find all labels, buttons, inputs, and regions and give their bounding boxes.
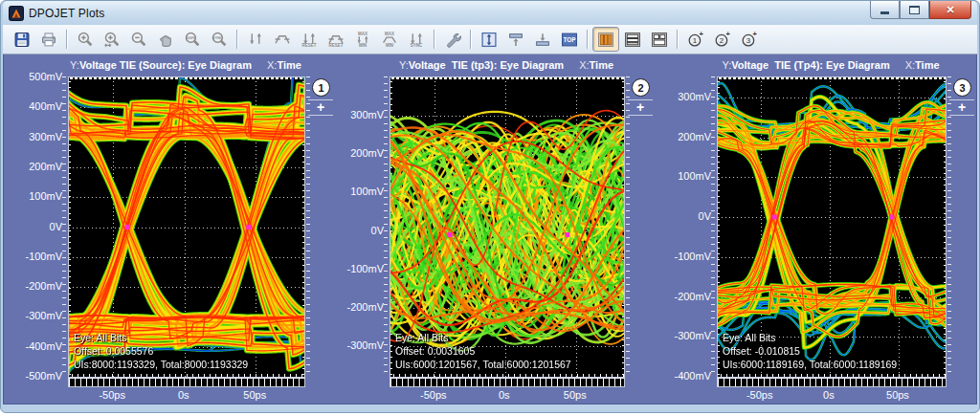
circle-num-icon: 1+ — [687, 32, 704, 48]
zoom-out-button[interactable] — [125, 27, 152, 52]
plot-number-badge: 3 — [953, 78, 971, 97]
y-axis-label: 200mV — [667, 131, 711, 142]
y-axis-label: -200mV — [18, 280, 62, 292]
y-axis-label: 200mV — [18, 161, 62, 172]
plot-number-badge: 1 — [312, 78, 330, 97]
y-axis-tick-strip — [711, 76, 715, 376]
maxmin-horizontal-cursors-button[interactable]: MAXMIN — [376, 27, 403, 52]
y-axis-label: 300mV — [18, 131, 62, 142]
bar-up-icon — [507, 32, 524, 48]
window-controls: ✕ — [870, 1, 971, 19]
configure-wrench-button[interactable] — [439, 27, 466, 52]
toolbar-separator — [434, 30, 435, 49]
sync-cursors-button[interactable]: SYNC — [403, 27, 430, 52]
cursors-h-maxmin-icon: MAXMIN — [381, 32, 398, 48]
title-bar[interactable]: DPOJET Plots ✕ — [3, 1, 977, 25]
wrench-icon — [444, 32, 461, 48]
fit-v-icon — [480, 32, 498, 48]
y-axis-label: 300mV — [667, 91, 711, 102]
cursors-h-txt-icon: RESET — [327, 32, 345, 48]
plot-annotation: Offset: 0.0055576 — [74, 345, 153, 357]
zoom-sync-button[interactable]: SYNC — [206, 27, 233, 52]
fit-vertical-button[interactable] — [476, 27, 502, 52]
screen: DPOJET Plots ✕ 100%SYNCRESETRESETMAXMINM… — [0, 0, 980, 415]
y-axis-label: 400mV — [18, 100, 62, 112]
reset-vertical-cursors-button[interactable]: RESET — [296, 27, 323, 52]
save-button[interactable] — [9, 27, 35, 52]
svg-text:RESET: RESET — [329, 43, 344, 48]
reset-horizontal-cursors-button[interactable]: RESET — [323, 27, 349, 52]
close-icon: ✕ — [946, 4, 954, 16]
x-axis-label: -50ps — [411, 389, 457, 401]
layout-grid-button[interactable] — [646, 27, 673, 52]
pan-hand-button[interactable] — [152, 27, 179, 52]
close-button[interactable]: ✕ — [929, 1, 971, 19]
x-axis-label: 0s — [481, 389, 527, 401]
save-icon — [13, 32, 31, 48]
y-axis-label: 200mV — [340, 147, 384, 159]
zoom-in-button[interactable] — [72, 27, 99, 52]
move-plot-down-button[interactable] — [529, 27, 556, 52]
cursors-h-icon — [274, 32, 291, 48]
y-axis-label: 500mV — [18, 71, 62, 82]
maximize-button[interactable] — [900, 1, 929, 19]
plus-icon: + — [949, 100, 974, 115]
plot-annotation: UIs:8000:1193329, Total:8000:1193329 — [74, 359, 248, 370]
maximize-icon — [909, 6, 920, 14]
svg-text:+: + — [753, 30, 758, 38]
add-measurement-button[interactable]: + — [628, 99, 653, 116]
zoom-100-button[interactable]: 100% — [179, 27, 206, 52]
minimize-button[interactable] — [870, 1, 900, 19]
y-axis-label: 100mV — [667, 170, 711, 182]
svg-text:MAX: MAX — [385, 32, 394, 36]
x-axis-label: 50ps — [875, 389, 921, 401]
plot-annotation: Eye: All Bits — [74, 332, 126, 343]
add-measurement-button[interactable]: + — [308, 99, 333, 116]
plot-annotation: UIs:6000:1189169, Total:6000:1189169 — [723, 359, 897, 370]
print-button[interactable] — [35, 27, 62, 52]
plot-annotation: Eye: All Bits — [723, 332, 775, 343]
layout-columns-button[interactable] — [592, 27, 619, 52]
svg-text:100%: 100% — [186, 35, 196, 40]
y-axis-tick-strip — [626, 76, 630, 376]
x-axis-tick-strip — [717, 378, 947, 387]
plot-header-y-title: Voltage TIE (tp3): Eye Diagram — [409, 59, 564, 71]
circle-num-icon: 2+ — [714, 32, 731, 48]
dpojet-plots-window: DPOJET Plots ✕ 100%SYNCRESETRESETMAXMINM… — [0, 0, 980, 413]
add-plot-1-button[interactable]: 1+ — [682, 27, 709, 52]
svg-text:SYNC: SYNC — [411, 43, 423, 48]
minimize-icon — [880, 11, 889, 14]
add-plot-3-button[interactable]: 3+ — [736, 27, 763, 52]
y-axis-label: 100mV — [18, 190, 62, 202]
add-plot-2-button[interactable]: 2+ — [709, 27, 736, 52]
move-plot-up-button[interactable] — [502, 27, 529, 52]
x-axis-label: 50ps — [232, 389, 278, 401]
top-button[interactable]: TOP — [556, 27, 583, 52]
maxmin-vertical-cursors-button[interactable]: MAXMIN — [349, 27, 376, 52]
zoom-horizontal-button[interactable] — [99, 27, 125, 52]
x-axis-label: -50ps — [89, 389, 135, 401]
app-icon — [9, 6, 24, 21]
y-axis-label: -100mV — [18, 251, 62, 262]
zoom-100-icon: 100% — [184, 32, 201, 48]
layout-rows-button[interactable] — [619, 27, 646, 52]
plot-3-header: Y:Voltage TIE (Tp4): Eye DiagramX:Time — [722, 59, 939, 73]
cursors-v-maxmin-icon: MAXMIN — [354, 32, 371, 48]
y-axis-label: -100mV — [667, 251, 711, 262]
plot-header-x-prefix: X: — [905, 59, 915, 71]
y-axis-label: -400mV — [18, 340, 62, 352]
svg-text:MIN: MIN — [386, 43, 393, 48]
x-axis-label: 0s — [806, 389, 852, 401]
top-icon: TOP — [561, 32, 578, 48]
toolbar: 100%SYNCRESETRESETMAXMINMAXMINSYNCTOP1+2… — [3, 25, 977, 55]
y-axis-label: -300mV — [340, 339, 384, 351]
svg-text:MIN: MIN — [359, 43, 367, 48]
x-axis-label: 0s — [161, 389, 207, 401]
horizontal-cursors-button[interactable] — [269, 27, 296, 52]
add-measurement-button[interactable]: + — [949, 99, 974, 116]
svg-text:RESET: RESET — [302, 43, 317, 48]
vertical-cursors-button[interactable] — [242, 27, 269, 52]
y-axis-label: -400mV — [667, 370, 711, 382]
y-axis-tick-strip — [306, 76, 310, 376]
plot-number-badge: 2 — [632, 78, 650, 97]
